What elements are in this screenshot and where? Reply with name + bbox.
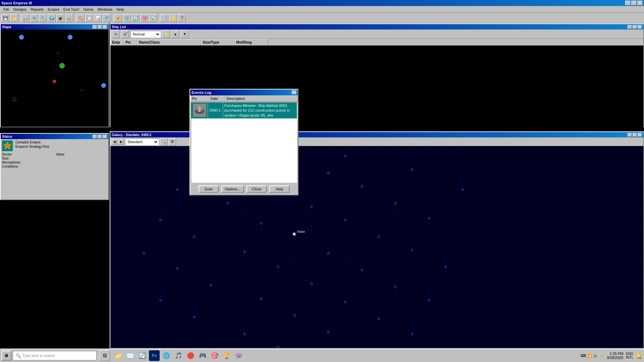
toolbar-btn-15[interactable]: 🔄 [131, 14, 140, 22]
taskbar-app-game2[interactable]: 🏆 [221, 350, 232, 361]
menu-designs[interactable]: Designs [11, 7, 29, 12]
svg-marker-0 [3, 142, 11, 149]
status-minimize[interactable]: _ [93, 135, 97, 138]
toolbar-btn-20[interactable]: ❓ [178, 14, 186, 22]
menu-file[interactable]: File [1, 7, 11, 12]
toolbar-sep-3 [112, 14, 113, 22]
taskbar-app-ps[interactable]: Ps [149, 350, 160, 361]
toolbar-btn-9[interactable]: 🏗️ [76, 14, 85, 22]
events-col-pic: Pic [190, 96, 209, 101]
toolbar-btn-16[interactable]: 🎯 [140, 14, 148, 22]
menu-help[interactable]: Help [114, 7, 126, 12]
minimize-btn[interactable]: _ [625, 1, 631, 5]
events-col-desc: Description [225, 96, 298, 101]
toolbar-btn-11[interactable]: 📊 [94, 14, 102, 22]
menu-game[interactable]: Game [82, 7, 96, 12]
toolbar-btn-4[interactable]: 🛸 [30, 14, 38, 22]
planet-green [59, 63, 65, 68]
taskbar-app-music[interactable]: 🎵 [173, 350, 184, 361]
task-view-btn[interactable]: ⧉ [99, 350, 110, 361]
taskbar-search-bar[interactable]: 🔍 Type here to search [13, 351, 97, 360]
toolbar-btn-8[interactable]: 🔬 [65, 14, 73, 22]
toolbar-btn-5[interactable]: 🔧 [39, 14, 47, 22]
taskbar-app-game1[interactable]: 🎮 [197, 350, 208, 361]
xtapa-close[interactable]: × [103, 25, 107, 29]
events-row-1[interactable]: 2400.1 Purchases Minister: Ship Akkhok 0… [191, 103, 297, 119]
ship-list-btn-2[interactable]: 🚀 [121, 30, 129, 38]
ship-list-maximize[interactable]: □ [633, 25, 637, 29]
ship-list-dropdown[interactable]: Normal Compact Detailed [130, 31, 161, 38]
close-btn[interactable]: × [637, 1, 643, 5]
galaxy-close[interactable]: × [638, 133, 642, 137]
notifications-icon[interactable]: 🔔 [636, 353, 643, 359]
toolbar-btn-14[interactable]: ⚙️ [123, 14, 131, 22]
ship-list-btn-1[interactable]: ⚔ [112, 30, 120, 38]
galaxy-zoom-btn[interactable]: 🔍 [160, 138, 167, 145]
galaxy-option-btn[interactable]: ⚙ [169, 138, 176, 145]
ship-list-btn-3[interactable]: ⭐ [162, 30, 170, 38]
events-list[interactable]: 2400.1 Purchases Minister: Ship Akkhok 0… [191, 102, 297, 183]
taskbar-app-browser1[interactable]: 🔄 [137, 350, 148, 361]
taskbar-app-avatar[interactable]: 👾 [233, 350, 244, 361]
toolbar-btn-6[interactable]: 🌍 [48, 14, 56, 22]
lang-secondary: INTL [626, 356, 633, 359]
taskbar-app-mail[interactable]: ✉️ [125, 350, 136, 361]
svg-point-93 [199, 110, 201, 112]
events-close-icon[interactable]: × [292, 90, 297, 95]
status-content: Certadsh Empire Emperor Strategy:First [1, 139, 108, 153]
taskbar-app-chrome[interactable]: 🌐 [161, 350, 172, 361]
status-maximize[interactable]: □ [98, 135, 102, 138]
planet-blue-1 [19, 35, 24, 40]
toolbar-btn-2[interactable]: 📂 [10, 14, 18, 22]
volume-icon: 🔊 [593, 354, 598, 358]
events-options-button[interactable]: Options... [221, 185, 244, 193]
status-close[interactable]: × [103, 135, 107, 138]
atmosphere-label: Atmosphere: [2, 161, 53, 164]
keyboard-icon: ⌨ [581, 354, 586, 358]
xtapa-minimize[interactable]: _ [93, 25, 97, 29]
menu-end-turn[interactable]: End Turn! [61, 7, 82, 12]
menu-windows[interactable]: Windows [96, 7, 115, 12]
taskbar-app-steam[interactable]: 🎯 [209, 350, 220, 361]
galaxy-dropdown[interactable]: Standard Tactical Strategic [125, 138, 159, 145]
taskbar-app-red[interactable]: 🔴 [185, 350, 196, 361]
strategy-name: Emperor Strategy:First [15, 145, 107, 148]
events-help-button[interactable]: Help [269, 185, 289, 193]
planet-red [53, 80, 56, 83]
events-columns: Pic Date Description [190, 96, 298, 102]
toolbar-btn-18[interactable]: 🛡️ [160, 14, 168, 22]
status-info: Certadsh Empire Emperor Strategy:First [15, 140, 107, 151]
galaxy-maximize[interactable]: □ [633, 133, 637, 137]
col-emp: Emp [110, 39, 124, 45]
toolbar-btn-13[interactable]: 💰 [114, 14, 122, 22]
toolbar-btn-1[interactable]: 💾 [1, 14, 9, 22]
maximize-btn[interactable]: □ [631, 1, 637, 5]
star-1 [17, 36, 18, 37]
toolbar-btn-10[interactable]: 📋 [85, 14, 93, 22]
events-goto-button[interactable]: Goto [199, 185, 219, 193]
sector-label: Sector: [2, 153, 53, 156]
ship-list-close[interactable]: × [638, 25, 642, 29]
ship-list-columns: Emp Pic Name/Class Size/Type Mvt/Dmg [110, 39, 643, 46]
menu-reports[interactable]: Reports [29, 7, 46, 12]
galaxy-btn-2[interactable]: ▶ [118, 139, 124, 144]
menu-empire[interactable]: Empire [46, 7, 61, 12]
ship-list-btn-5[interactable]: ▼ [181, 30, 189, 38]
ship-list-minimize[interactable]: _ [628, 25, 632, 29]
events-title-label: Events Log [192, 90, 211, 95]
events-close-button[interactable]: Close [247, 185, 267, 193]
start-button[interactable]: ⊞ [1, 351, 11, 361]
ship-list-btn-4[interactable]: ▲ [171, 30, 179, 38]
galaxy-minimize[interactable]: _ [628, 133, 632, 137]
toolbar-btn-17[interactable]: 📡 [149, 14, 157, 22]
main-toolbar: 💾 📂 ⚔️ 🛸 🔧 🌍 💣 🔬 🏗️ 📋 📊 🗺️ 💰 ⚙️ 🔄 🎯 📡 🛡️… [0, 13, 644, 23]
toolbar-btn-19[interactable]: ⭐ [169, 14, 177, 22]
toolbar-btn-3[interactable]: ⚔️ [21, 14, 30, 22]
galaxy-btn-1[interactable]: ◀ [112, 139, 117, 144]
toolbar-sep-4 [158, 14, 159, 22]
toolbar-btn-12[interactable]: 🗺️ [103, 14, 111, 22]
xtapa-maximize[interactable]: □ [98, 25, 102, 29]
taskbar-app-explorer[interactable]: 📁 [113, 350, 123, 361]
toolbar-btn-7[interactable]: 💣 [56, 14, 64, 22]
status-left: Sector: Size: Atmosphere: Conditions: [2, 153, 53, 169]
